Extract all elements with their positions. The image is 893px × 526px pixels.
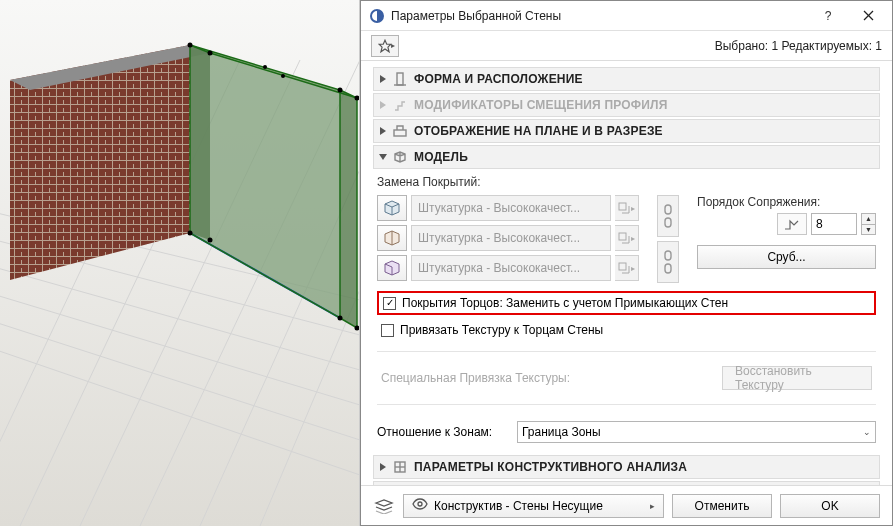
surface-name-inside[interactable]: Штукатурка - Высококачест... bbox=[411, 255, 611, 281]
app-icon bbox=[369, 8, 385, 24]
zones-combo[interactable]: Граница Зоны ⌄ bbox=[517, 421, 876, 443]
svg-marker-36 bbox=[379, 40, 391, 52]
junction-order-icon bbox=[777, 213, 807, 235]
svg-rect-39 bbox=[394, 130, 406, 136]
model-icon bbox=[392, 149, 408, 165]
layer-combo[interactable]: Конструктив - Стены Несущие ▸ bbox=[403, 494, 664, 518]
surface-override-toggle-inside[interactable] bbox=[377, 255, 407, 281]
svg-rect-41 bbox=[619, 233, 626, 240]
link-surfaces-top[interactable] bbox=[657, 195, 679, 237]
junction-order-stepper[interactable]: ▲▼ bbox=[861, 213, 876, 235]
reset-texture-button: Восстановить Текстуру bbox=[722, 366, 872, 390]
section-model: МОДЕЛЬ Замена Покрытий: Штукатурка - Выс… bbox=[373, 145, 880, 453]
custom-texture-label: Специальная Привязка Текстуры: bbox=[381, 371, 570, 385]
svg-point-56 bbox=[418, 502, 422, 506]
section-header-structural[interactable]: ПАРАМЕТРЫ КОНСТРУКТИВНОГО АНАЛИЗА bbox=[373, 455, 880, 479]
3d-viewport[interactable] bbox=[0, 0, 360, 526]
dialog-title: Параметры Выбранной Стены bbox=[391, 9, 808, 23]
align-texture-label: Привязать Текстуру к Торцам Стены bbox=[400, 323, 603, 337]
surface-name-outside[interactable]: Штукатурка - Высококачест... bbox=[411, 195, 611, 221]
ok-button[interactable]: OK bbox=[780, 494, 880, 518]
surface-picker-inside[interactable]: ▸ bbox=[615, 255, 639, 281]
chevron-down-icon bbox=[379, 154, 387, 160]
junction-order-label: Порядок Сопряжения: bbox=[697, 195, 876, 209]
end-surfaces-label: Покрытия Торцов: Заменить с учетом Примы… bbox=[402, 296, 728, 310]
cancel-button[interactable]: Отменить bbox=[672, 494, 772, 518]
svg-point-27 bbox=[188, 231, 193, 236]
section-header-display[interactable]: ОТОБРАЖЕНИЕ НА ПЛАНЕ И В РАЗРЕЗЕ bbox=[373, 119, 880, 143]
svg-point-25 bbox=[355, 96, 360, 101]
surface-row-inside: Штукатурка - Высококачест... ▸ bbox=[377, 255, 639, 281]
section-header-form[interactable]: ФОРМА И РАСПОЛОЖЕНИЕ bbox=[373, 67, 880, 91]
zones-label: Отношение к Зонам: bbox=[377, 425, 507, 439]
svg-rect-46 bbox=[665, 264, 671, 273]
surface-override-toggle-edge[interactable] bbox=[377, 225, 407, 251]
geometry-icon bbox=[392, 71, 408, 87]
section-header-model[interactable]: МОДЕЛЬ bbox=[373, 145, 880, 169]
surface-picker-edge[interactable]: ▸ bbox=[615, 225, 639, 251]
section-form: ФОРМА И РАСПОЛОЖЕНИЕ bbox=[373, 67, 880, 91]
svg-marker-21 bbox=[340, 90, 357, 328]
wall-settings-dialog: Параметры Выбранной Стены ? ▸ Выбрано: 1… bbox=[360, 0, 893, 526]
surface-row-outside: Штукатурка - Высококачест... ▸ bbox=[377, 195, 639, 221]
chevron-right-icon: ▸ bbox=[650, 501, 655, 511]
svg-point-29 bbox=[355, 326, 360, 331]
section-modifiers: МОДИФИКАТОРЫ СМЕЩЕНИЯ ПРОФИЛЯ bbox=[373, 93, 880, 117]
layer-name: Конструктив - Стены Несущие bbox=[434, 499, 603, 513]
svg-line-5 bbox=[0, 310, 360, 475]
favorites-bar: ▸ Выбрано: 1 Редактируемых: 1 bbox=[361, 31, 892, 61]
svg-point-30 bbox=[208, 238, 213, 243]
titlebar: Параметры Выбранной Стены ? bbox=[361, 1, 892, 31]
svg-point-28 bbox=[338, 316, 343, 321]
section-display: ОТОБРАЖЕНИЕ НА ПЛАНЕ И В РАЗРЕЗЕ bbox=[373, 119, 880, 143]
help-button[interactable]: ? bbox=[808, 2, 848, 30]
svg-point-32 bbox=[281, 74, 285, 78]
chevron-right-icon bbox=[380, 127, 386, 135]
section-header-modifiers[interactable]: МОДИФИКАТОРЫ СМЕЩЕНИЯ ПРОФИЛЯ bbox=[373, 93, 880, 117]
chevron-right-icon bbox=[380, 75, 386, 83]
surface-row-edge: Штукатурка - Высококачест... ▸ bbox=[377, 225, 639, 251]
layer-stack-icon[interactable] bbox=[373, 496, 395, 516]
svg-rect-42 bbox=[619, 263, 626, 270]
svg-point-24 bbox=[338, 88, 343, 93]
log-details-button[interactable]: Сруб... bbox=[697, 245, 876, 269]
close-button[interactable] bbox=[848, 2, 888, 30]
svg-rect-43 bbox=[665, 205, 671, 214]
svg-rect-45 bbox=[665, 251, 671, 260]
surface-override-toggle-outside[interactable] bbox=[377, 195, 407, 221]
chevron-down-icon: ⌄ bbox=[863, 427, 871, 437]
svg-marker-20 bbox=[190, 45, 210, 240]
dialog-footer: Конструктив - Стены Несущие ▸ Отменить O… bbox=[361, 485, 892, 525]
surface-picker-outside[interactable]: ▸ bbox=[615, 195, 639, 221]
link-surfaces-bottom[interactable] bbox=[657, 241, 679, 283]
align-texture-checkbox[interactable] bbox=[381, 324, 394, 337]
selection-info: Выбрано: 1 Редактируемых: 1 bbox=[715, 39, 882, 53]
svg-point-31 bbox=[263, 65, 267, 69]
chevron-right-icon bbox=[380, 101, 386, 109]
svg-rect-44 bbox=[665, 218, 671, 227]
junction-order-input[interactable] bbox=[811, 213, 857, 235]
eye-icon bbox=[412, 498, 428, 513]
profile-icon bbox=[392, 97, 408, 113]
favorites-button[interactable]: ▸ bbox=[371, 35, 399, 57]
svg-rect-40 bbox=[619, 203, 626, 210]
structural-icon bbox=[392, 459, 408, 475]
svg-rect-37 bbox=[397, 73, 403, 85]
surface-name-edge[interactable]: Штукатурка - Высококачест... bbox=[411, 225, 611, 251]
plan-section-icon bbox=[392, 123, 408, 139]
svg-point-23 bbox=[188, 43, 193, 48]
chevron-right-icon bbox=[380, 463, 386, 471]
end-surfaces-override-row: Покрытия Торцов: Заменить с учетом Примы… bbox=[377, 291, 876, 315]
end-surfaces-checkbox[interactable] bbox=[383, 297, 396, 310]
svg-point-26 bbox=[208, 51, 213, 56]
section-structural: ПАРАМЕТРЫ КОНСТРУКТИВНОГО АНАЛИЗА bbox=[373, 455, 880, 479]
override-surfaces-label: Замена Покрытий: bbox=[377, 175, 876, 189]
